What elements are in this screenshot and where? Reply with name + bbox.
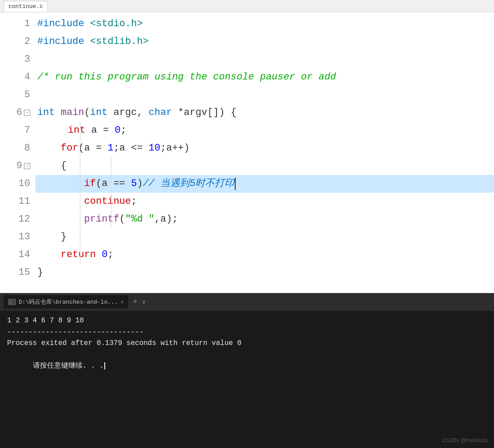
line-num-9: 9− (0, 157, 30, 175)
terminal-output-prompt: 请按任意键继续. . . (7, 349, 487, 384)
editor-area: 1 2 3 4 5 6− 7 8 9− 10 11 12 13 14 15 #i… (0, 12, 494, 297)
code-line-4: /* run this program using the console pa… (36, 68, 494, 86)
terminal-icon: >_ (8, 299, 16, 305)
watermark: CSDN @haluhalu. (443, 437, 490, 444)
code-line-13: } (36, 228, 494, 246)
code-line-9: { (36, 157, 494, 175)
line-num-3: 3 (0, 51, 30, 68)
code-line-3 (36, 51, 494, 68)
fold-icon-6[interactable]: − (24, 110, 30, 116)
code-line-11: continue; (36, 193, 494, 210)
cursor (104, 362, 105, 369)
code-line-12: printf("%d ",a); (36, 210, 494, 228)
code-line-8: for(a = 1;a <= 10;a++) (36, 139, 494, 157)
terminal-tab[interactable]: >_ D:\码云仓库\branches-and-lo... ✕ (4, 295, 128, 309)
line-num-12: 12 (0, 210, 30, 228)
code-line-5 (36, 86, 494, 104)
terminal-area: >_ D:\码云仓库\branches-and-lo... ✕ + ∨ 1 2 … (0, 293, 494, 448)
code-line-7: int a = 0; (36, 122, 494, 139)
terminal-tab-label: D:\码云仓库\branches-and-lo... (19, 298, 118, 306)
line-num-14: 14 (0, 246, 30, 264)
line-num-4: 4 (0, 68, 30, 86)
line-num-15: 15 (0, 264, 30, 281)
line-num-10: 10 (0, 175, 30, 193)
line-num-11: 11 (0, 193, 30, 210)
terminal-output-divider: -------------------------------- (7, 327, 487, 338)
code-line-2: #include <stdlib.h> (36, 33, 494, 51)
line-numbers: 1 2 3 4 5 6− 7 8 9− 10 11 12 13 14 15 (0, 12, 36, 297)
tab-label: continue.c (8, 3, 43, 10)
terminal-tab-actions: + ∨ (133, 297, 146, 306)
line-num-5: 5 (0, 86, 30, 104)
line-num-8: 8 (0, 139, 30, 157)
code-line-14: return 0; (36, 246, 494, 264)
line-num-7: 7 (0, 122, 30, 139)
code-line-15: } (36, 264, 494, 281)
file-tab[interactable]: continue.c (4, 1, 48, 12)
code-line-10: if(a == 5)// 当遇到5时不打印 (36, 175, 494, 193)
terminal-tab-bar: >_ D:\码云仓库\branches-and-lo... ✕ + ∨ (0, 293, 494, 311)
code-container: 1 2 3 4 5 6− 7 8 9− 10 11 12 13 14 15 #i… (0, 12, 494, 297)
terminal-close-button[interactable]: ✕ (121, 299, 124, 305)
svg-text:>_: >_ (10, 301, 14, 304)
line-num-13: 13 (0, 228, 30, 246)
terminal-content: 1 2 3 4 6 7 8 9 10 ---------------------… (0, 311, 494, 388)
code-line-6: int main(int argc, char *argv[]) { (36, 104, 494, 122)
terminal-add-button[interactable]: + (133, 297, 138, 306)
tab-bar: continue.c (0, 0, 494, 12)
code-line-1: #include <stdio.h> (36, 15, 494, 33)
line-num-6: 6− (0, 104, 30, 122)
code-lines[interactable]: #include <stdio.h> #include <stdlib.h> /… (36, 12, 494, 297)
fold-icon-9[interactable]: − (24, 163, 30, 169)
terminal-dropdown-button[interactable]: ∨ (142, 298, 146, 306)
line-num-2: 2 (0, 33, 30, 51)
terminal-output-numbers: 1 2 3 4 6 7 8 9 10 (7, 315, 487, 327)
terminal-output-exit: Process exited after 0.1379 seconds with… (7, 338, 487, 349)
line-num-1: 1 (0, 15, 30, 33)
